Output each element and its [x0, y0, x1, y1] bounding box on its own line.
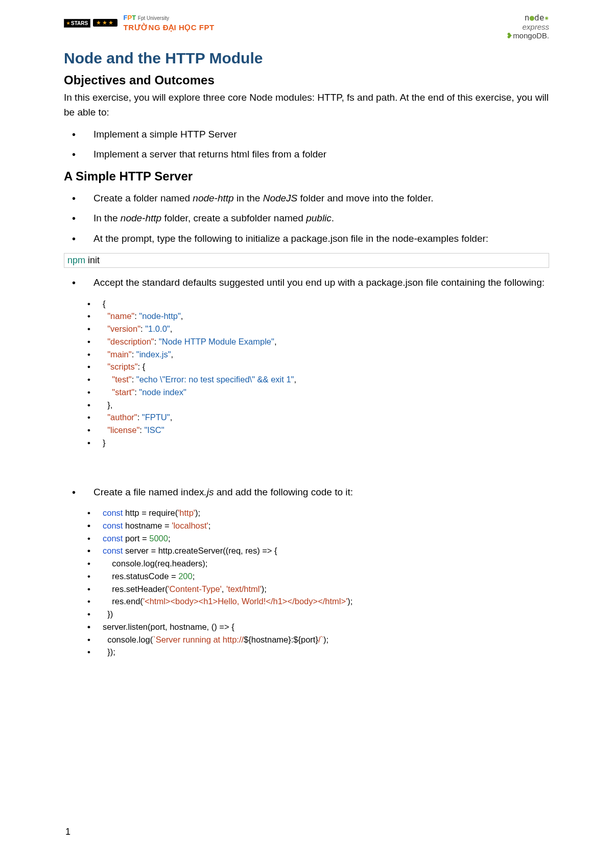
heading-objectives: Objectives and Outcomes — [64, 73, 549, 87]
code-line: const hostname = 'localhost'; — [87, 519, 549, 532]
code-line: server.listen(port, hostname, () => { — [87, 621, 549, 633]
code-line: res.statusCode = 200; — [87, 570, 549, 583]
code-line: } — [87, 437, 549, 449]
code-line: "license": "ISC" — [87, 424, 549, 437]
code-line: res.setHeader('Content-Type', 'text/html… — [87, 583, 549, 596]
stars-badge: ★ STARS — [64, 19, 90, 28]
code-line: }) — [87, 608, 549, 621]
list-item: Create a folder named node-http in the N… — [64, 191, 549, 205]
logo-right: n●de✷ express ❥mongoDB. — [506, 13, 549, 40]
steps-list-c: Create a file named index.js and add the… — [64, 485, 549, 499]
cmd-rest: init — [85, 255, 100, 265]
intro-paragraph: In this exercise, you will explore three… — [64, 90, 549, 120]
steps-list-b: Accept the standard defaults suggested u… — [64, 275, 549, 290]
stars-badge-group: ★ STARS ★★★ — [64, 17, 117, 28]
logo-left: ★ STARS ★★★ FPT Fpt University TRƯỜNG ĐẠ… — [64, 13, 215, 32]
code-line: "name": "node-http", — [87, 310, 549, 323]
fpt-sub: Fpt University — [138, 15, 169, 21]
code-line: const port = 5000; — [87, 532, 549, 545]
code-line: const server = http.createServer((req, r… — [87, 544, 549, 557]
command-box: npm init — [64, 253, 549, 268]
steps-list-a: Create a folder named node-http in the N… — [64, 191, 549, 246]
objectives-list: Implement a simple HTTP Server Implement… — [64, 127, 549, 162]
fpt-logo: FPT Fpt University TRƯỜNG ĐẠI HỌC FPT — [124, 13, 215, 32]
page-header: ★ STARS ★★★ FPT Fpt University TRƯỜNG ĐẠ… — [64, 13, 549, 40]
code-line: }); — [87, 646, 549, 658]
page-title: Node and the HTTP Module — [64, 50, 549, 67]
code-line: { — [87, 298, 549, 310]
code-line: const http = require('http'); — [87, 507, 549, 519]
leaf-icon: ❥ — [506, 31, 513, 40]
code-line: }, — [87, 399, 549, 412]
express-logo: express — [506, 22, 549, 31]
package-json-code: { "name": "node-http", "version": "1.0.0… — [87, 298, 549, 449]
index-js-code: const http = require('http');const hostn… — [87, 507, 549, 658]
list-item: Implement a simple HTTP Server — [64, 127, 549, 142]
list-item: In the node-http folder, create a subfol… — [64, 211, 549, 225]
code-line: "test": "echo \"Error: no test specified… — [87, 373, 549, 386]
code-line: "scripts": { — [87, 360, 549, 373]
code-line: console.log(req.headers); — [87, 557, 549, 570]
mongodb-logo: ❥mongoDB. — [506, 31, 549, 40]
stars-label: STARS — [71, 20, 88, 26]
list-item: Create a file named index.js and add the… — [64, 485, 549, 499]
stars-row-icon: ★★★ — [93, 19, 117, 27]
node-logo: n●de✷ — [506, 13, 549, 22]
code-line: res.end('<html><body><h1>Hello, World!</… — [87, 595, 549, 608]
list-item: Implement a server that returns html fil… — [64, 147, 549, 162]
cmd-keyword: npm — [67, 255, 85, 265]
code-line: console.log(`Server running at http://${… — [87, 633, 549, 646]
code-line: "version": "1.0.0", — [87, 323, 549, 335]
university-name: TRƯỜNG ĐẠI HỌC FPT — [124, 23, 215, 32]
list-item: Accept the standard defaults suggested u… — [64, 275, 549, 290]
list-item: At the prompt, type the following to ini… — [64, 231, 549, 246]
code-line: "author": "FPTU", — [87, 411, 549, 424]
star-icon: ★ — [66, 21, 70, 26]
code-line: "start": "node index" — [87, 386, 549, 399]
page-number: 1 — [65, 827, 70, 837]
code-line: "description": "Node HTTP Module Example… — [87, 335, 549, 348]
heading-simple-server: A Simple HTTP Server — [64, 169, 549, 184]
code-line: "main": "index.js", — [87, 348, 549, 361]
